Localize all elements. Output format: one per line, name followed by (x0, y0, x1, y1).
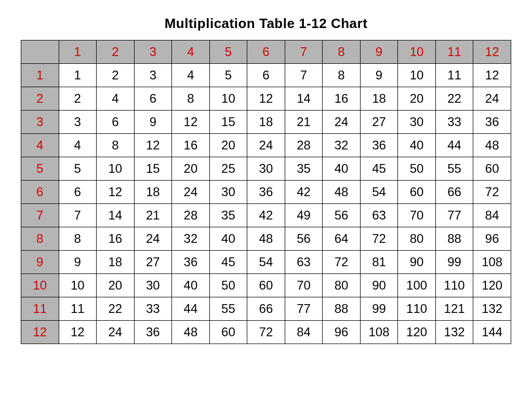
value-cell: 24 (134, 227, 172, 251)
row-header: 9 (21, 251, 59, 274)
value-cell: 55 (435, 157, 473, 181)
value-cell: 63 (360, 204, 398, 227)
value-cell: 60 (247, 274, 285, 297)
value-cell: 35 (209, 204, 247, 227)
value-cell: 88 (435, 227, 473, 251)
row-header: 12 (21, 321, 59, 344)
value-cell: 120 (398, 321, 436, 344)
value-cell: 36 (247, 181, 285, 204)
value-cell: 8 (172, 87, 210, 111)
value-cell: 36 (134, 321, 172, 344)
table-row: 881624324048566472808896 (21, 227, 511, 251)
value-cell: 12 (247, 87, 285, 111)
value-cell: 132 (473, 297, 511, 321)
value-cell: 66 (247, 297, 285, 321)
value-cell: 15 (134, 157, 172, 181)
value-cell: 48 (247, 227, 285, 251)
column-header: 9 (360, 40, 398, 64)
value-cell: 6 (59, 181, 97, 204)
value-cell: 40 (323, 157, 361, 181)
value-cell: 22 (97, 297, 135, 321)
value-cell: 45 (209, 251, 247, 274)
value-cell: 121 (435, 297, 473, 321)
value-cell: 12 (473, 64, 511, 87)
page-title: Multiplication Table 1-12 Chart (21, 16, 511, 32)
value-cell: 21 (134, 204, 172, 227)
value-cell: 64 (323, 227, 361, 251)
table-row: 224681012141618202224 (21, 87, 511, 111)
value-cell: 70 (398, 204, 436, 227)
value-cell: 120 (473, 274, 511, 297)
row-header: 3 (21, 111, 59, 134)
value-cell: 72 (360, 227, 398, 251)
row-header: 8 (21, 227, 59, 251)
value-cell: 12 (134, 134, 172, 157)
value-cell: 28 (285, 134, 323, 157)
table-row: 9918273645546372819099108 (21, 251, 511, 274)
value-cell: 22 (435, 87, 473, 111)
row-header: 4 (21, 134, 59, 157)
value-cell: 80 (398, 227, 436, 251)
value-cell: 7 (59, 204, 97, 227)
row-header: 5 (21, 157, 59, 181)
row-header: 1 (21, 64, 59, 87)
value-cell: 96 (473, 227, 511, 251)
table-row: 661218243036424854606672 (21, 181, 511, 204)
value-cell: 48 (172, 321, 210, 344)
value-cell: 99 (435, 251, 473, 274)
column-header: 11 (435, 40, 473, 64)
value-cell: 20 (209, 134, 247, 157)
value-cell: 90 (360, 274, 398, 297)
value-cell: 30 (247, 157, 285, 181)
value-cell: 10 (209, 87, 247, 111)
value-cell: 24 (323, 111, 361, 134)
value-cell: 35 (285, 157, 323, 181)
value-cell: 48 (473, 134, 511, 157)
value-cell: 8 (97, 134, 135, 157)
value-cell: 108 (473, 251, 511, 274)
value-cell: 45 (360, 157, 398, 181)
value-cell: 56 (323, 204, 361, 227)
value-cell: 7 (285, 64, 323, 87)
value-cell: 36 (172, 251, 210, 274)
value-cell: 11 (59, 297, 97, 321)
value-cell: 3 (59, 111, 97, 134)
column-header: 7 (285, 40, 323, 64)
value-cell: 42 (247, 204, 285, 227)
value-cell: 33 (134, 297, 172, 321)
row-header: 6 (21, 181, 59, 204)
value-cell: 18 (97, 251, 135, 274)
value-cell: 96 (323, 321, 361, 344)
value-cell: 66 (435, 181, 473, 204)
column-header: 6 (247, 40, 285, 64)
row-header: 2 (21, 87, 59, 111)
table-row: 10102030405060708090100110120 (21, 274, 511, 297)
value-cell: 24 (473, 87, 511, 111)
value-cell: 33 (435, 111, 473, 134)
value-cell: 20 (97, 274, 135, 297)
value-cell: 18 (134, 181, 172, 204)
value-cell: 77 (435, 204, 473, 227)
column-header: 5 (209, 40, 247, 64)
value-cell: 10 (97, 157, 135, 181)
value-cell: 84 (473, 204, 511, 227)
value-cell: 63 (285, 251, 323, 274)
value-cell: 12 (172, 111, 210, 134)
value-cell: 20 (172, 157, 210, 181)
value-cell: 4 (59, 134, 97, 157)
value-cell: 27 (360, 111, 398, 134)
value-cell: 44 (172, 297, 210, 321)
value-cell: 99 (360, 297, 398, 321)
value-cell: 72 (247, 321, 285, 344)
multiplication-table: 1234567891011121123456789101112224681012… (21, 40, 511, 344)
value-cell: 110 (398, 297, 436, 321)
value-cell: 56 (285, 227, 323, 251)
value-cell: 72 (473, 181, 511, 204)
value-cell: 88 (323, 297, 361, 321)
column-header: 4 (172, 40, 210, 64)
value-cell: 6 (134, 87, 172, 111)
value-cell: 50 (398, 157, 436, 181)
value-cell: 30 (209, 181, 247, 204)
value-cell: 32 (323, 134, 361, 157)
column-header: 12 (473, 40, 511, 64)
